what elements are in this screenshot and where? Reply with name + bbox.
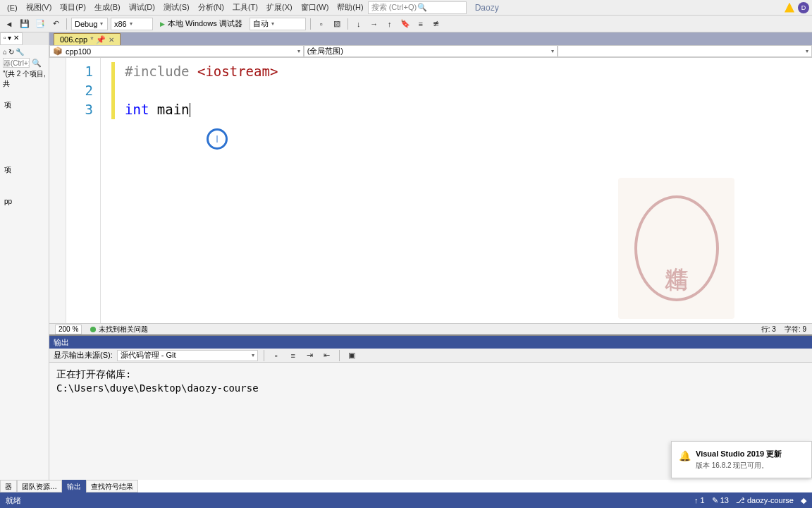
toolbar: ◄ 💾 📑 ↶ Debug x86 本地 Windows 调试器 自动 ▫ ▧ …: [0, 16, 812, 32]
notification-desc: 版本 16.8.2 现已可用。: [696, 461, 804, 471]
sidebar-refresh-icon[interactable]: ↻: [8, 48, 14, 56]
step-over-icon[interactable]: →: [368, 18, 381, 30]
global-search[interactable]: 搜索 (Ctrl+Q) 🔍: [368, 1, 467, 14]
dirty-indicator: *: [90, 35, 93, 44]
status-ready: 就绪: [6, 495, 21, 506]
menu-test[interactable]: 测试(S): [159, 1, 194, 14]
file-tab-active[interactable]: 006.cpp * 📌 ✕: [54, 33, 121, 45]
code-editor[interactable]: 1 2 3 #include <iostream> int main 精進: [49, 58, 812, 323]
bottom-tab-find[interactable]: 查找符号结果: [86, 480, 138, 492]
bell-icon: 🔔: [679, 450, 691, 461]
menu-edit[interactable]: (E): [3, 2, 22, 13]
avatar-icon[interactable]: D: [798, 2, 809, 13]
breakpoint-gutter[interactable]: [100, 58, 111, 323]
output-outdent-icon[interactable]: ⇤: [321, 349, 333, 362]
warning-icon[interactable]: [784, 2, 795, 13]
status-git-icon[interactable]: ◆: [801, 496, 806, 505]
file-tab-label: 006.cpp: [60, 35, 87, 44]
tool-btn-2[interactable]: ▧: [331, 18, 343, 30]
nav-scope-combo[interactable]: (全局范围): [304, 45, 558, 57]
back-icon[interactable]: ◄: [3, 18, 16, 30]
sidebar-tab[interactable]: ▫ ▾ ✕: [0, 32, 23, 45]
sidebar-home-icon[interactable]: ⌂: [3, 48, 7, 56]
menu-tools[interactable]: 工具(T): [228, 1, 262, 14]
mouse-cursor-indicator: [207, 128, 228, 150]
nav-bar: 📦cpp100 (全局范围): [49, 45, 812, 58]
solution-search-input[interactable]: [3, 58, 30, 68]
nav-members-combo[interactable]: [558, 45, 812, 57]
notification-title: Visual Studio 2019 更新: [696, 449, 804, 459]
text-cursor: [190, 103, 190, 117]
menu-debug[interactable]: 调试(D): [125, 1, 159, 14]
menu-build[interactable]: 生成(B): [90, 1, 125, 14]
file-tabs: 006.cpp * 📌 ✕: [49, 32, 812, 45]
search-placeholder: 搜索 (Ctrl+Q): [371, 2, 417, 13]
menu-extensions[interactable]: 扩展(X): [262, 1, 297, 14]
bottom-tabs: 器 团队资源… 输出 查找符号结果: [0, 480, 138, 492]
comment-icon[interactable]: ≡: [414, 18, 427, 30]
output-toolbar: 显示输出来源(S): 源代码管理 - Git ▫ ≡ ⇥ ⇤ ▣: [49, 349, 812, 363]
issues-indicator[interactable]: 未找到相关问题: [90, 325, 148, 334]
menu-analyze[interactable]: 分析(N): [194, 1, 228, 14]
git-push-icon[interactable]: ↑ 1: [694, 496, 705, 504]
menubar: (E) 视图(V) 项目(P) 生成(B) 调试(D) 测试(S) 分析(N) …: [0, 0, 812, 16]
editor-status-bar: 200 % 未找到相关问题 行: 3 字符: 9: [49, 323, 812, 334]
undo-icon[interactable]: ↶: [49, 18, 62, 30]
output-wrap-icon[interactable]: ≡: [287, 349, 300, 362]
uncomment-icon[interactable]: ≢: [430, 18, 443, 30]
sidebar-item-3[interactable]: pp: [0, 178, 49, 208]
close-tab-icon[interactable]: ✕: [109, 36, 114, 44]
save-icon[interactable]: 💾: [18, 18, 31, 30]
git-changes-icon[interactable]: ✎ 13: [712, 496, 729, 505]
platform-combo[interactable]: x86: [111, 18, 153, 30]
bottom-tab-1[interactable]: 器: [0, 480, 17, 492]
update-notification[interactable]: 🔔 Visual Studio 2019 更新 版本 16.8.2 现已可用。: [671, 441, 812, 478]
bottom-tab-2[interactable]: 团队资源…: [17, 480, 62, 492]
solution-explorer: ▫ ▾ ✕ ⌂ ↻ 🔧 🔍 "(共 2 个项目, 共 项 项 pp: [0, 32, 49, 480]
statusbar: 就绪 ↑ 1 ✎ 13 ⎇ daozy-course ◆: [0, 492, 812, 508]
issues-ok-icon: [90, 327, 96, 332]
menu-window[interactable]: 窗口(W): [297, 1, 333, 14]
config-combo[interactable]: Debug: [71, 18, 108, 30]
git-repo[interactable]: ⎇ daozy-course: [736, 496, 794, 505]
line-indicator: 行: 3: [761, 325, 776, 334]
nav-project-combo[interactable]: 📦cpp100: [49, 45, 304, 57]
output-stop-icon[interactable]: ▣: [345, 349, 358, 362]
pin-icon[interactable]: 📌: [96, 35, 106, 44]
menu-help[interactable]: 帮助(H): [333, 1, 367, 14]
search-go-icon[interactable]: 🔍: [32, 59, 42, 67]
zoom-combo[interactable]: 200 %: [55, 325, 82, 334]
step-out-icon[interactable]: ↑: [383, 18, 396, 30]
menu-project[interactable]: 项目(P): [56, 1, 90, 14]
sidebar-item-2[interactable]: 项: [0, 113, 49, 178]
menu-view[interactable]: 视图(V): [22, 1, 56, 14]
save-all-icon[interactable]: 📑: [34, 18, 47, 30]
output-indent-icon[interactable]: ⇥: [304, 349, 316, 362]
line-numbers: 1 2 3: [66, 58, 100, 323]
app-name: Daozy: [475, 3, 499, 13]
sidebar-item-1[interactable]: 项: [0, 90, 49, 113]
char-indicator: 字符: 9: [785, 325, 806, 334]
bottom-tab-output[interactable]: 输出: [62, 480, 86, 492]
solution-header: "(共 2 个项目, 共: [0, 68, 49, 90]
editor-area: 006.cpp * 📌 ✕ 📦cpp100 (全局范围) 1 2 3 #incl…: [49, 32, 812, 334]
sidebar-wrench-icon[interactable]: 🔧: [16, 48, 24, 56]
tool-btn-1[interactable]: ▫: [315, 18, 328, 30]
output-clear-icon[interactable]: ▫: [270, 349, 283, 362]
outline-gutter: [49, 58, 66, 323]
output-title: 输出: [49, 336, 812, 349]
output-source-label: 显示输出来源(S):: [54, 350, 113, 361]
bookmark-icon[interactable]: 🔖: [399, 18, 412, 30]
step-into-icon[interactable]: ↓: [352, 18, 365, 30]
start-debug-button[interactable]: 本地 Windows 调试器: [156, 18, 247, 30]
watermark-stamp: 精進: [618, 178, 734, 319]
output-source-combo[interactable]: 源代码管理 - Git: [117, 350, 258, 361]
auto-combo[interactable]: 自动: [250, 18, 306, 30]
search-icon: 🔍: [417, 3, 463, 12]
